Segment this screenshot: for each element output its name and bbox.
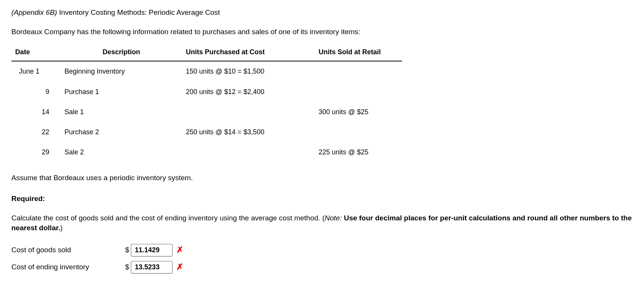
table-row: 14 Sale 1 300 units @ $25 (11, 102, 402, 122)
cell-sold (315, 82, 402, 102)
cell-date: 29 (11, 142, 61, 162)
header-date: Date (11, 44, 61, 61)
intro-text: Bordeaux Company has the following infor… (11, 27, 633, 37)
cell-date: June 1 (11, 61, 61, 82)
title-appendix: (Appendix 6B) (11, 8, 57, 16)
header-sold: Units Sold at Retail (315, 44, 402, 61)
table-row: June 1 Beginning Inventory 150 units @ $… (11, 61, 402, 82)
note-label: Note: (325, 214, 342, 222)
incorrect-icon: ✗ (176, 261, 183, 273)
table-header-row: Date Description Units Purchased at Cost… (11, 44, 402, 61)
cell-date: 9 (11, 82, 61, 102)
cell-desc: Purchase 2 (61, 122, 182, 142)
cogs-input[interactable] (131, 244, 173, 256)
cell-sold (315, 122, 402, 142)
currency-symbol: $ (125, 245, 129, 255)
inventory-table: Date Description Units Purchased at Cost… (11, 44, 402, 162)
table-row: 9 Purchase 1 200 units @ $12 = $2,400 (11, 82, 402, 102)
cell-sold (315, 61, 402, 82)
cell-desc: Sale 2 (61, 142, 182, 162)
title-text: Inventory Costing Methods: Periodic Aver… (57, 8, 220, 16)
instructions-main: Calculate the cost of goods sold and the… (11, 214, 325, 222)
ending-input[interactable] (131, 261, 173, 273)
instructions: Calculate the cost of goods sold and the… (11, 213, 633, 233)
header-description: Description (61, 44, 182, 61)
table-row: 22 Purchase 2 250 units @ $14 = $3,500 (11, 122, 402, 142)
cell-date: 22 (11, 122, 61, 142)
header-purchased: Units Purchased at Cost (182, 44, 315, 61)
cell-sold: 225 units @ $25 (315, 142, 402, 162)
answer-row-ending: Cost of ending inventory $ ✗ (11, 261, 633, 273)
cell-purchased: 250 units @ $14 = $3,500 (182, 122, 315, 142)
cell-desc: Beginning Inventory (61, 61, 182, 82)
cell-purchased: 200 units @ $12 = $2,400 (182, 82, 315, 102)
ending-label: Cost of ending inventory (11, 262, 125, 272)
required-label: Required: (11, 194, 633, 204)
cell-purchased: 150 units @ $10 = $1,500 (182, 61, 315, 82)
incorrect-icon: ✗ (176, 244, 183, 256)
cell-purchased (182, 142, 315, 162)
cell-date: 14 (11, 102, 61, 122)
table-row: 29 Sale 2 225 units @ $25 (11, 142, 402, 162)
answer-row-cogs: Cost of goods sold $ ✗ (11, 244, 633, 256)
assume-text: Assume that Bordeaux uses a periodic inv… (11, 173, 633, 183)
cell-purchased (182, 102, 315, 122)
cogs-label: Cost of goods sold (11, 245, 125, 255)
instructions-close: ) (60, 224, 63, 232)
cell-desc: Sale 1 (61, 102, 182, 122)
page-title: (Appendix 6B) Inventory Costing Methods:… (11, 8, 633, 18)
cell-desc: Purchase 1 (61, 82, 182, 102)
currency-symbol: $ (125, 262, 129, 272)
cell-sold: 300 units @ $25 (315, 102, 402, 122)
